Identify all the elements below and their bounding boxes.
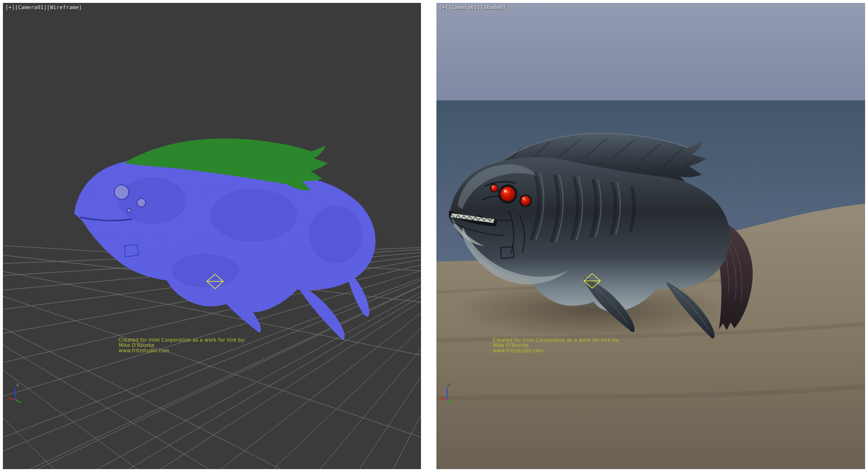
fish-eye-right: [521, 196, 530, 206]
viewport-pov-menu[interactable]: [Camera01]: [448, 4, 480, 11]
wireframe-scene[interactable]: z: [3, 3, 421, 469]
fish-eye-small: [491, 185, 498, 192]
axis-y: [15, 400, 21, 403]
axis-x: [7, 398, 15, 400]
viewport-wireframe[interactable]: [+][Camera01][Wireframe]: [3, 3, 421, 469]
fish-model-wireframe[interactable]: [74, 139, 376, 340]
axis-tripod: z: [7, 382, 21, 403]
viewport-general-menu[interactable]: [+]: [439, 4, 448, 11]
fish-eye-main: [501, 187, 515, 201]
viewport-general-menu[interactable]: [+]: [5, 4, 15, 11]
viewport-shading-menu[interactable]: [Wireframe]: [47, 4, 82, 11]
viewport-pov-menu[interactable]: [Camera01]: [15, 4, 47, 11]
viewport-label-left: [+][Camera01][Wireframe]: [5, 4, 82, 11]
sky: [436, 3, 865, 100]
shaded-scene[interactable]: z: [436, 3, 865, 469]
axis-z-label: z: [16, 382, 19, 387]
viewport-label-right: [+][Camera01][Shaded]: [439, 4, 506, 11]
viewport-shaded[interactable]: [+][Camera01][Shaded]: [436, 3, 865, 469]
viewport-shading-menu[interactable]: [Shaded]: [480, 4, 506, 11]
axis-z-label: z: [448, 382, 450, 387]
